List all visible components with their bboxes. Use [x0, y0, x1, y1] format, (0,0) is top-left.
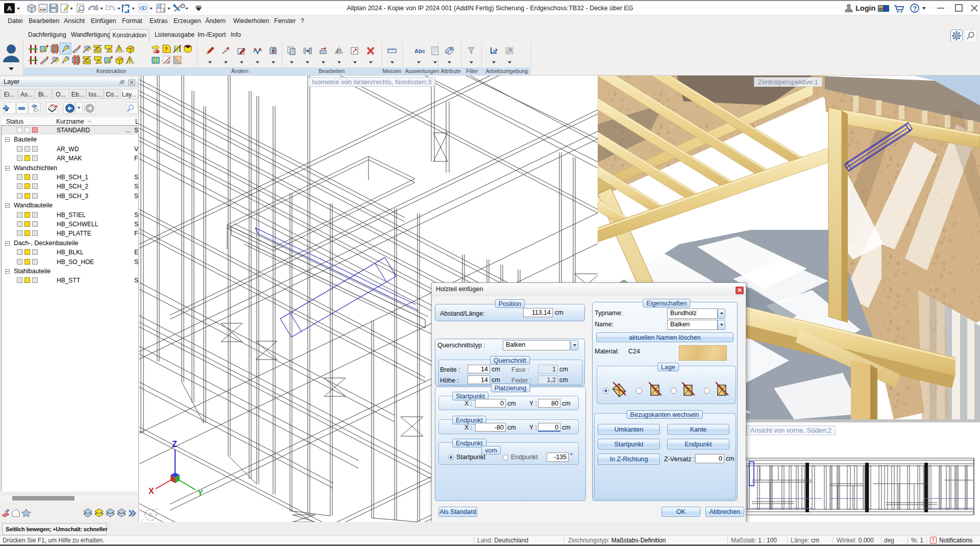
- svg-text:Login: Login: [855, 4, 875, 12]
- svg-text:?: ?: [913, 5, 917, 12]
- svg-text:Y: Y: [198, 489, 203, 497]
- svg-text:X: X: [149, 487, 154, 495]
- svg-text:Z: Z: [172, 440, 177, 448]
